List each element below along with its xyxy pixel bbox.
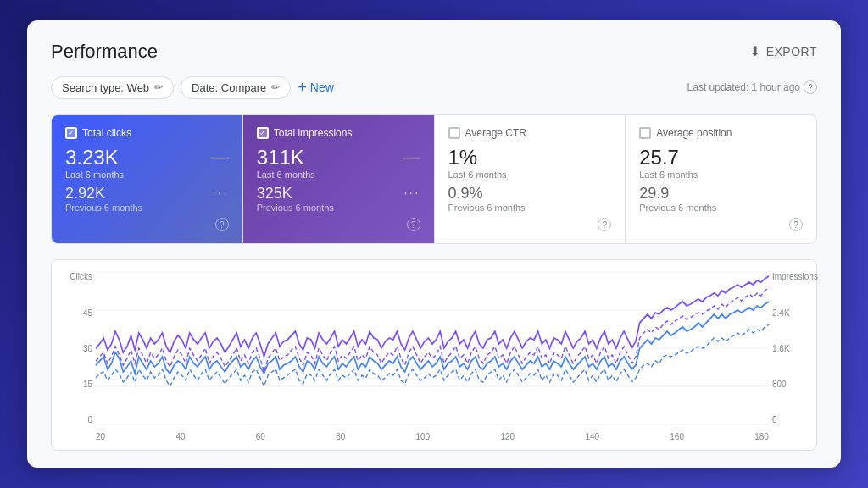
edit-icon: ✏ (154, 81, 163, 93)
metric-checkbox-impressions[interactable] (257, 127, 269, 139)
help-icon: ? (598, 218, 611, 231)
chart-svg (96, 272, 769, 424)
edit-icon: ✏ (271, 81, 280, 93)
plus-icon: + (298, 79, 307, 97)
page-title: Performance (51, 41, 158, 63)
help-icon: ? (215, 218, 229, 231)
metric-total-impressions[interactable]: Total impressions 311K — Last 6 months 3… (243, 115, 435, 244)
help-icon: ? (407, 218, 420, 231)
metrics-row: Total clicks 3.23K — Last 6 months 2.92K… (51, 114, 817, 245)
chart-y-right-axis: Impressions 2.4K 1.6K 800 0 (769, 272, 803, 424)
performance-card: Performance ⬇ EXPORT Search type: Web ✏ … (27, 20, 841, 469)
help-icon: ? (804, 80, 817, 94)
download-icon: ⬇ (749, 43, 761, 59)
help-icon: ? (789, 218, 803, 231)
metric-checkbox-position[interactable] (639, 127, 651, 139)
last-updated: Last updated: 1 hour ago ? (687, 80, 817, 94)
chart-inner (96, 272, 769, 424)
metric-total-clicks[interactable]: Total clicks 3.23K — Last 6 months 2.92K… (52, 115, 243, 244)
chart-area: Clicks 45 30 15 0 Impressions 2.4K 1.6K … (51, 259, 817, 451)
date-filter[interactable]: Date: Compare ✏ (181, 76, 291, 99)
new-filter-button[interactable]: + New (298, 79, 334, 97)
chart-container: Clicks 45 30 15 0 Impressions 2.4K 1.6K … (65, 272, 803, 441)
search-type-filter[interactable]: Search type: Web ✏ (51, 76, 174, 99)
metric-average-ctr[interactable]: Average CTR 1% Last 6 months 0.9% Previo… (435, 115, 626, 244)
metric-checkbox-ctr[interactable] (448, 127, 460, 139)
chart-y-left-axis: Clicks 45 30 15 0 (65, 272, 96, 424)
card-header: Performance ⬇ EXPORT (51, 41, 817, 63)
metric-average-position[interactable]: Average position 25.7 Last 6 months 29.9… (626, 115, 816, 244)
filter-bar: Search type: Web ✏ Date: Compare ✏ + New… (51, 76, 817, 99)
chart-x-axis: 20 40 60 80 100 120 140 160 180 (96, 432, 769, 441)
metric-checkbox-clicks[interactable] (65, 127, 77, 139)
export-button[interactable]: ⬇ EXPORT (749, 43, 817, 59)
